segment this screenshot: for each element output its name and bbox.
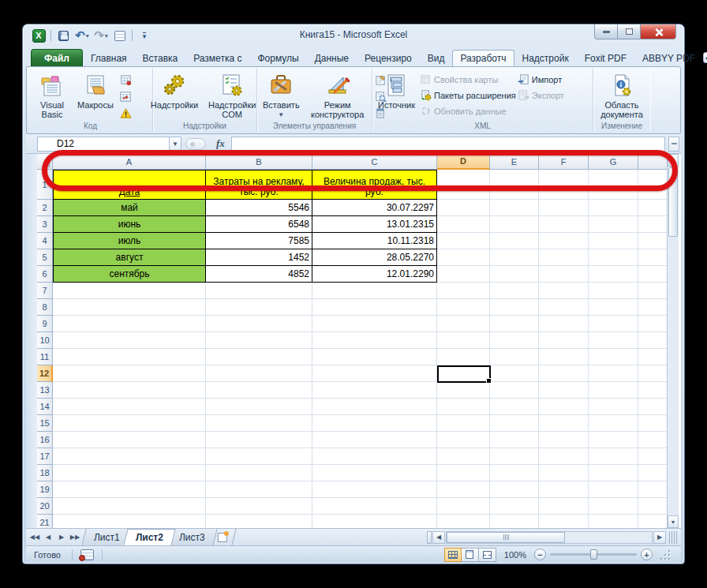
cell-C16[interactable]	[312, 432, 437, 448]
row-header-12[interactable]: 12	[37, 365, 53, 382]
cell-H19[interactable]	[638, 481, 668, 498]
cell-A1[interactable]: Дата	[53, 170, 206, 200]
row-header-14[interactable]: 14	[37, 399, 53, 415]
cell-A15[interactable]	[53, 415, 206, 432]
cell-G3[interactable]	[589, 216, 638, 233]
cell-C6[interactable]: 12.01.2290	[312, 266, 437, 283]
cell-A16[interactable]	[53, 432, 206, 448]
col-header-D[interactable]: D	[437, 154, 490, 170]
cell-G20[interactable]	[589, 498, 638, 515]
cell-F17[interactable]	[539, 448, 589, 465]
cell-H21[interactable]	[638, 515, 668, 528]
cell-A19[interactable]	[53, 481, 206, 498]
cell-C3[interactable]: 13.01.2315	[312, 216, 437, 233]
row-header-17[interactable]: 17	[37, 448, 53, 465]
cell-A5[interactable]: август	[53, 249, 206, 266]
cell-F15[interactable]	[539, 415, 589, 432]
cell-H8[interactable]	[638, 299, 668, 316]
cell-G15[interactable]	[589, 415, 638, 432]
record-macro-button[interactable]	[118, 73, 134, 88]
cell-F12[interactable]	[539, 365, 589, 382]
cell-G5[interactable]	[589, 249, 638, 266]
row-header-6[interactable]: 6	[37, 266, 53, 283]
row-header-7[interactable]: 7	[37, 283, 53, 299]
cell-E6[interactable]	[490, 266, 539, 283]
cell-G16[interactable]	[589, 432, 638, 448]
cell-H1[interactable]	[638, 170, 668, 200]
row-header-11[interactable]: 11	[37, 349, 53, 365]
cell-G9[interactable]	[589, 316, 638, 332]
cell-D6[interactable]	[437, 266, 490, 283]
next-sheet-button[interactable]: ▶	[55, 531, 68, 544]
cell-H7[interactable]	[638, 283, 668, 299]
window-resize-grip[interactable]	[660, 550, 670, 560]
cell-G10[interactable]	[589, 332, 638, 349]
cell-H17[interactable]	[638, 448, 668, 465]
cell-A3[interactable]: июнь	[53, 216, 206, 233]
horizontal-scrollbar[interactable]	[446, 531, 653, 544]
com-addins-button[interactable]: Надстройки COM	[203, 71, 261, 119]
row-header-18[interactable]: 18	[37, 465, 53, 481]
cell-A20[interactable]	[53, 498, 206, 515]
cell-B6[interactable]: 4852	[206, 266, 312, 283]
scroll-left-button[interactable]: ◀	[432, 531, 445, 544]
scroll-right-button[interactable]: ▶	[653, 531, 666, 544]
col-header-F[interactable]: F	[539, 154, 589, 170]
scroll-up-button[interactable]: ▲	[668, 154, 679, 167]
cell-B9[interactable]	[206, 316, 312, 332]
document-panel-button[interactable]: Область документа	[594, 71, 649, 119]
cell-E20[interactable]	[490, 498, 539, 515]
cell-A8[interactable]	[53, 299, 206, 316]
vertical-scroll-thumb[interactable]	[668, 167, 678, 237]
cell-D15[interactable]	[437, 415, 490, 432]
cell-D14[interactable]	[437, 399, 490, 415]
cell-A10[interactable]	[53, 332, 206, 349]
cell-D13[interactable]	[437, 382, 490, 399]
cell-C13[interactable]	[312, 382, 437, 399]
page-layout-view-button[interactable]	[462, 548, 479, 562]
cell-C14[interactable]	[312, 399, 437, 415]
col-header-G[interactable]: G	[589, 154, 638, 170]
restore-button[interactable]	[618, 24, 641, 39]
horizontal-scroll-thumb[interactable]	[447, 532, 565, 543]
cell-G13[interactable]	[589, 382, 638, 399]
row-header-3[interactable]: 3	[37, 216, 53, 233]
cell-B18[interactable]	[206, 465, 312, 481]
prev-sheet-button[interactable]: ◀	[42, 531, 54, 544]
cell-B10[interactable]	[206, 332, 312, 349]
cell-B16[interactable]	[206, 432, 312, 448]
cell-G2[interactable]	[589, 200, 638, 216]
tab-view[interactable]: Вид	[420, 50, 453, 66]
cell-B17[interactable]	[206, 448, 312, 465]
cell-E10[interactable]	[490, 332, 539, 349]
cell-G19[interactable]	[589, 481, 638, 498]
expansion-packs-button[interactable]: Пакеты расширения	[420, 88, 516, 102]
zoom-out-button[interactable]: −	[534, 549, 546, 560]
cell-D9[interactable]	[437, 316, 490, 332]
row-header-2[interactable]: 2	[37, 200, 53, 216]
close-button[interactable]	[641, 24, 676, 39]
cell-E19[interactable]	[490, 481, 539, 498]
cell-E11[interactable]	[490, 349, 539, 365]
cell-A4[interactable]: июль	[53, 233, 206, 249]
cell-F20[interactable]	[539, 498, 589, 515]
cell-C1[interactable]: Величина продаж, тыс. руб.	[312, 170, 437, 200]
cell-C17[interactable]	[312, 448, 437, 465]
row-header-9[interactable]: 9	[37, 316, 53, 332]
cell-H9[interactable]	[638, 316, 668, 332]
cell-B1[interactable]: Затраты на рекламу, тыс. руб.	[206, 170, 312, 200]
cell-E5[interactable]	[490, 249, 539, 266]
row-header-4[interactable]: 4	[37, 233, 53, 249]
tab-addins[interactable]: Надстройк	[514, 50, 577, 66]
cell-G11[interactable]	[589, 349, 638, 365]
cell-D21[interactable]	[437, 515, 490, 528]
cell-D2[interactable]	[437, 200, 490, 216]
insert-function-button[interactable]: fx	[210, 137, 231, 150]
cell-D1[interactable]	[437, 170, 490, 200]
cell-C9[interactable]	[312, 316, 437, 332]
cell-F10[interactable]	[539, 332, 589, 349]
tab-review[interactable]: Рецензиро	[357, 50, 420, 66]
cell-A12[interactable]	[53, 365, 206, 382]
cell-B4[interactable]: 7585	[206, 233, 312, 249]
zoom-level-label[interactable]: 100%	[504, 550, 526, 560]
